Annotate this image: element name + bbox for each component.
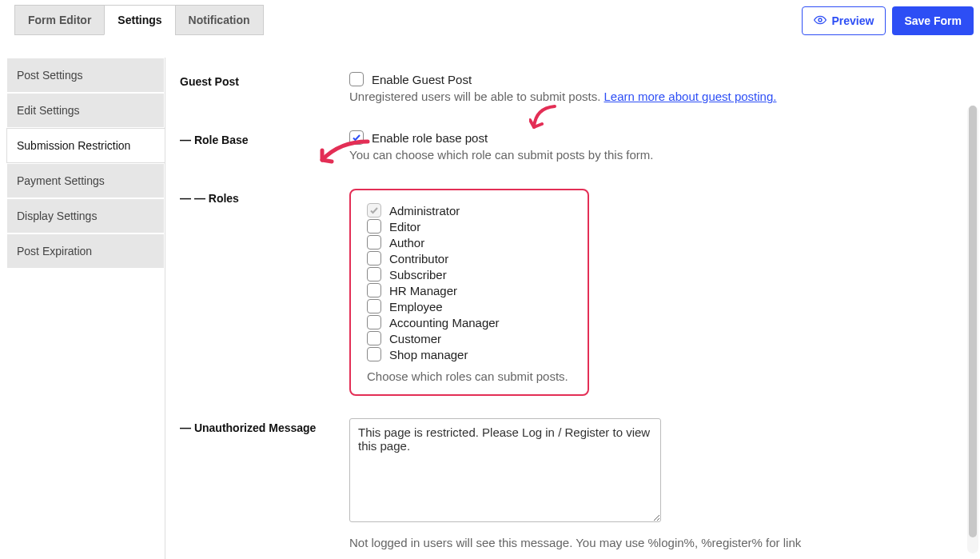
top-actions: Preview Save Form (802, 5, 974, 35)
role-checkbox[interactable] (367, 331, 381, 345)
role-base-help: You can choose which role can submit pos… (349, 148, 942, 162)
sidebar-item-post-settings[interactable]: Post Settings (6, 58, 165, 93)
role-item: Administrator (367, 203, 572, 218)
sidebar-item-edit-settings[interactable]: Edit Settings (6, 93, 165, 128)
top-tabs: Form Editor Settings Notification (14, 5, 263, 35)
preview-button[interactable]: Preview (802, 6, 886, 35)
role-checkbox[interactable] (367, 219, 381, 234)
role-label: Accounting Manager (389, 316, 500, 329)
role-checkbox[interactable] (367, 267, 381, 281)
role-label: Subscriber (389, 268, 447, 281)
role-item: Editor (367, 219, 572, 234)
role-checkbox[interactable] (367, 283, 381, 297)
role-checkbox[interactable] (367, 315, 381, 329)
checkbox-enable-role-base-post-label: Enable role base post (372, 131, 488, 145)
eye-icon (814, 14, 827, 29)
role-label: Employee (389, 300, 443, 313)
role-label: Author (389, 236, 424, 250)
sidebar-item-submission-restriction[interactable]: Submission Restriction (6, 128, 165, 163)
label-role-base: — Role Base (165, 130, 349, 146)
learn-more-guest-posting-link[interactable]: Learn more about guest posting. (604, 90, 776, 103)
main-panel: Guest Post Enable Guest Post Unregistere… (165, 58, 974, 559)
role-item: Shop manager (367, 347, 572, 361)
save-form-button[interactable]: Save Form (892, 6, 974, 35)
scrollbar-thumb[interactable] (969, 106, 977, 537)
settings-sidebar: Post Settings Edit Settings Submission R… (6, 58, 165, 559)
role-checkbox[interactable] (367, 251, 381, 266)
role-item: Contributor (367, 251, 572, 266)
tab-form-editor[interactable]: Form Editor (14, 5, 105, 35)
label-guest-post: Guest Post (165, 72, 349, 88)
scrollbar[interactable] (967, 106, 978, 553)
svg-point-0 (819, 18, 822, 22)
label-unauthorized-message: — Unauthorized Message (165, 418, 349, 434)
checkbox-enable-role-base-post[interactable] (349, 130, 364, 145)
role-item: Employee (367, 299, 572, 313)
role-label: Editor (389, 220, 420, 234)
roles-highlight-box: AdministratorEditorAuthorContributorSubs… (349, 189, 589, 396)
guest-post-help: Unregistered users will be able to submi… (349, 90, 942, 103)
roles-list: AdministratorEditorAuthorContributorSubs… (367, 203, 572, 361)
role-checkbox[interactable] (367, 299, 381, 313)
unauthorized-message-help: Not logged in users will see this messag… (349, 536, 942, 549)
role-item: Customer (367, 331, 572, 345)
checkbox-enable-guest-post[interactable] (349, 72, 364, 86)
role-checkbox[interactable] (367, 347, 381, 361)
roles-help: Choose which roles can submit posts. (367, 369, 572, 383)
role-label: Customer (389, 332, 441, 345)
role-label: Shop manager (389, 348, 468, 361)
guest-post-help-text: Unregistered users will be able to submi… (349, 90, 604, 103)
role-label: Administrator (389, 204, 460, 218)
unauthorized-message-textarea[interactable] (349, 418, 661, 522)
role-item: HR Manager (367, 283, 572, 297)
tab-notification[interactable]: Notification (175, 5, 264, 35)
role-item: Author (367, 235, 572, 250)
tab-settings[interactable]: Settings (104, 5, 175, 35)
sidebar-item-post-expiration[interactable]: Post Expiration (6, 234, 165, 269)
sidebar-item-display-settings[interactable]: Display Settings (6, 198, 165, 234)
label-roles: — — Roles (165, 189, 349, 205)
role-item: Subscriber (367, 267, 572, 281)
preview-label: Preview (831, 14, 874, 27)
checkbox-enable-guest-post-label: Enable Guest Post (372, 73, 472, 86)
role-checkbox[interactable] (367, 235, 381, 250)
sidebar-item-payment-settings[interactable]: Payment Settings (6, 163, 165, 198)
role-label: Contributor (389, 252, 448, 266)
role-label: HR Manager (389, 284, 457, 297)
role-item: Accounting Manager (367, 315, 572, 329)
role-checkbox (367, 203, 381, 218)
